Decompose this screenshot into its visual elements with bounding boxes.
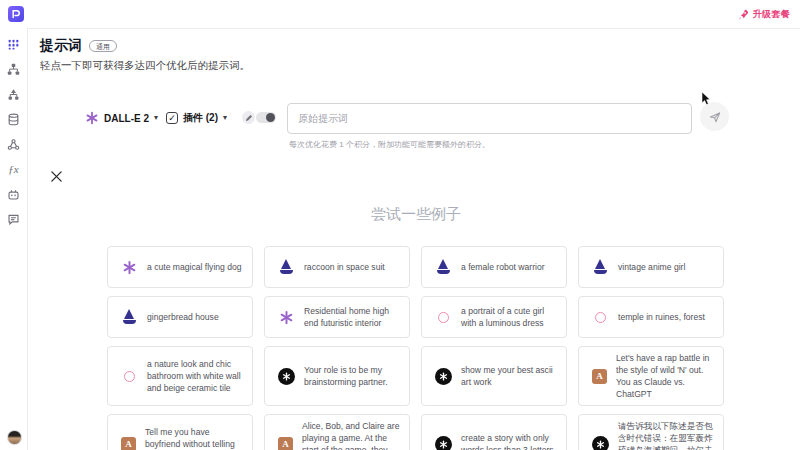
plugins-checkbox[interactable]: ✓: [166, 112, 178, 124]
example-text: Residential home high end futuristic int…: [304, 305, 401, 329]
example-text: a female robot warrior: [461, 261, 545, 273]
top-header: 升级套餐: [0, 0, 800, 29]
model-icon: [435, 368, 452, 385]
sidebar-item-chains sitemap-icon[interactable]: [7, 62, 21, 76]
example-card[interactable]: raccoon in space suit: [264, 246, 410, 288]
example-text: temple in ruines, forest: [618, 311, 705, 323]
paper-plane-icon: [708, 110, 722, 124]
app-logo-icon[interactable]: [8, 6, 24, 22]
example-card[interactable]: 请告诉我以下陈述是否包含时代错误：在盟军轰炸硫磺岛海滩期间，拉尔夫大声..: [578, 414, 724, 450]
model-icon: A: [278, 437, 293, 450]
example-card[interactable]: ATell me you have boyfriend without tell…: [107, 414, 253, 450]
model-selector-label: DALL-E 2: [104, 113, 149, 124]
example-card[interactable]: Residential home high end futuristic int…: [264, 296, 410, 338]
example-card[interactable]: a cute magical flying dog: [107, 246, 253, 288]
example-text: raccoon in space suit: [304, 261, 385, 273]
page-title-text: 提示词: [40, 37, 82, 55]
title-badge: 通用: [89, 40, 117, 52]
page-title: 提示词 通用: [40, 37, 117, 55]
model-icon: [278, 309, 295, 326]
example-card[interactable]: show me your best ascii art work: [421, 346, 567, 406]
example-card[interactable]: ALet's have a rap battle in the style of…: [578, 346, 724, 406]
examples-heading: 尝试一些例子: [107, 205, 725, 224]
send-button[interactable]: [700, 102, 729, 131]
chevron-down-icon: ▾: [154, 114, 158, 122]
prompt-input[interactable]: [287, 103, 692, 134]
example-text: a nature look and chic bathroom with whi…: [147, 358, 244, 394]
plugins-selector[interactable]: ✓ 插件 (2) ▾: [166, 108, 227, 128]
example-card[interactable]: a female robot warrior: [421, 246, 567, 288]
example-text: a portrait of a cute girl with a luminou…: [461, 305, 558, 329]
sidebar-item-agents tree-icon[interactable]: [7, 87, 21, 101]
model-icon: [121, 309, 138, 326]
example-text: vintage anime girl: [618, 261, 685, 273]
example-text: gingerbread house: [147, 311, 219, 323]
sidebar-item-data database-icon[interactable]: [7, 112, 21, 126]
draft-mode-toggle[interactable]: [242, 111, 276, 124]
plugins-label: 插件 (2): [183, 111, 218, 125]
upgrade-plan-label: 升级套餐: [753, 8, 790, 21]
example-text: Let's have a rap battle in the style of …: [616, 352, 715, 400]
model-icon: [592, 436, 609, 450]
credit-hint: 每次优化花费 1 个积分，附加功能可能需要额外的积分。: [289, 139, 490, 150]
pencil-icon: [242, 111, 255, 124]
model-selector[interactable]: DALL-E 2 ▾: [85, 108, 158, 128]
page-subtitle: 轻点一下即可获得多达四个优化后的提示词。: [40, 59, 250, 73]
model-icon: A: [592, 369, 607, 384]
model-icon: [435, 436, 452, 450]
example-card[interactable]: gingerbread house: [107, 296, 253, 338]
model-icon: [278, 368, 295, 385]
sidebar-item-webhooks nodes-icon[interactable]: [7, 137, 21, 151]
example-card[interactable]: AAlice, Bob, and Claire are playing a ga…: [264, 414, 410, 450]
example-text: create a story with only words less than…: [461, 432, 558, 450]
sidebar-item-feedback chat-icon[interactable]: [7, 212, 21, 226]
left-sidebar: ƒx: [0, 28, 28, 450]
example-card[interactable]: temple in ruines, forest: [578, 296, 724, 338]
rocket-icon: [738, 9, 749, 20]
model-icon: [438, 312, 449, 323]
sidebar-item-functions function-icon[interactable]: ƒx: [7, 162, 21, 176]
example-text: a cute magical flying dog: [147, 261, 242, 273]
example-text: Your role is to be my brainstorming part…: [304, 364, 401, 388]
toggle-track[interactable]: [256, 112, 276, 123]
example-text: show me your best ascii art work: [461, 364, 558, 388]
model-icon: [592, 259, 609, 276]
toggle-knob: [266, 113, 275, 122]
example-card[interactable]: create a story with only words less than…: [421, 414, 567, 450]
close-examples-button close-icon[interactable]: [50, 169, 65, 184]
model-icon: [121, 259, 138, 276]
example-text: Alice, Bob, and Claire are playing a gam…: [302, 420, 401, 450]
sidebar-item-prompts grid-dots-icon[interactable]: [7, 37, 21, 51]
example-text: Tell me you have boyfriend without telli…: [145, 426, 244, 450]
model-icon: A: [121, 437, 136, 450]
openai-swirl-icon: [85, 111, 99, 125]
chevron-down-icon: ▾: [223, 114, 227, 122]
example-card[interactable]: a portrait of a cute girl with a luminou…: [421, 296, 567, 338]
example-card[interactable]: Your role is to be my brainstorming part…: [264, 346, 410, 406]
model-icon: [595, 312, 606, 323]
upgrade-plan-button[interactable]: 升级套餐: [738, 0, 790, 28]
model-icon: [435, 259, 452, 276]
examples-grid: a cute magical flying dog raccoon in spa…: [107, 246, 725, 450]
user-avatar[interactable]: [7, 430, 22, 445]
sidebar-item-arcade robot-icon[interactable]: [7, 187, 21, 201]
example-text: 请告诉我以下陈述是否包含时代错误：在盟军轰炸硫磺岛海滩期间，拉尔夫大声..: [618, 420, 715, 450]
example-card[interactable]: vintage anime girl: [578, 246, 724, 288]
example-card[interactable]: a nature look and chic bathroom with whi…: [107, 346, 253, 406]
model-icon: [278, 259, 295, 276]
model-icon: [124, 371, 135, 382]
